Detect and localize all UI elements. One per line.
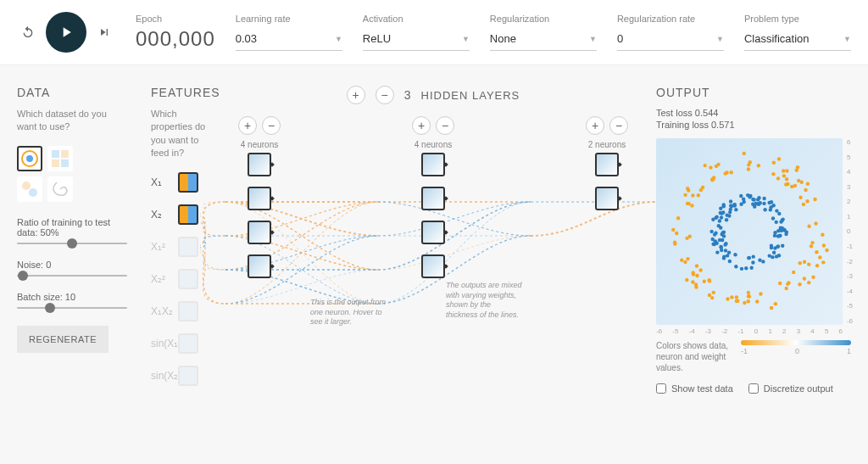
neuron[interactable]	[421, 187, 445, 210]
regularization-rate-select[interactable]: 0▼	[617, 29, 724, 51]
svg-point-101	[781, 244, 784, 248]
ratio-slider[interactable]	[17, 243, 127, 244]
noise-slider[interactable]	[17, 275, 127, 277]
svg-point-112	[779, 226, 782, 230]
problem-type-select[interactable]: Classification▼	[744, 29, 851, 51]
feature-X₁²[interactable]: X₁²	[151, 237, 210, 257]
feature-X₂[interactable]: X₂	[151, 204, 210, 225]
batch-slider[interactable]	[17, 307, 127, 309]
legend-text: Colors shows data, neuron and weight val…	[656, 340, 732, 373]
activation-select[interactable]: ReLU▼	[363, 29, 470, 51]
dataset-circle[interactable]	[17, 146, 42, 171]
neuron[interactable]	[421, 221, 445, 244]
neuron[interactable]	[421, 254, 445, 278]
show-test-checkbox[interactable]: Show test data	[656, 383, 733, 394]
feature-tile	[178, 333, 198, 354]
svg-point-191	[757, 164, 760, 167]
svg-point-95	[711, 218, 715, 221]
svg-point-160	[818, 255, 821, 259]
svg-point-62	[726, 254, 729, 257]
neuron[interactable]	[421, 153, 445, 176]
svg-point-47	[733, 253, 737, 256]
svg-point-11	[775, 221, 778, 224]
svg-point-118	[768, 254, 771, 257]
add-neuron-button[interactable]: +	[586, 116, 604, 135]
feature-X₁[interactable]: X₁	[151, 172, 210, 193]
dataset-spiral[interactable]	[47, 176, 73, 202]
remove-neuron-button[interactable]: −	[262, 116, 281, 135]
feature-X₁X₂[interactable]: X₁X₂	[151, 301, 210, 321]
svg-point-21	[713, 232, 716, 236]
svg-point-166	[803, 277, 806, 280]
svg-point-228	[797, 179, 800, 182]
problemtype-label: Problem type	[744, 14, 851, 24]
svg-point-171	[784, 287, 787, 290]
reset-button[interactable]	[17, 21, 39, 43]
svg-point-205	[772, 161, 776, 165]
features-title: FEATURES	[151, 86, 210, 99]
svg-point-170	[776, 176, 780, 180]
svg-point-135	[691, 280, 694, 283]
neuron[interactable]	[248, 254, 271, 278]
feature-tile	[178, 269, 198, 289]
svg-point-133	[785, 169, 788, 172]
feature-sin(X₂)[interactable]: sin(X₂)	[151, 366, 210, 386]
svg-point-75	[719, 207, 722, 210]
svg-point-161	[697, 193, 700, 197]
svg-point-39	[752, 254, 755, 258]
color-gradient	[741, 340, 851, 345]
svg-point-87	[784, 232, 787, 236]
neuron[interactable]	[248, 153, 271, 176]
svg-point-230	[692, 272, 695, 276]
svg-point-31	[722, 204, 726, 208]
regenerate-button[interactable]: REGENERATE	[17, 326, 108, 353]
add-neuron-button[interactable]: +	[412, 116, 431, 135]
regularization-select[interactable]: None▼	[490, 29, 597, 51]
dataset-xor[interactable]	[47, 146, 73, 171]
svg-point-7	[29, 188, 37, 197]
neuron[interactable]	[595, 187, 619, 210]
discretize-checkbox[interactable]: Discretize output	[748, 383, 833, 394]
svg-point-98	[734, 208, 737, 211]
svg-point-159	[790, 185, 793, 188]
neuron[interactable]	[248, 187, 271, 210]
layer-neuron-count: 4 neurons	[241, 140, 278, 149]
svg-point-111	[771, 216, 775, 220]
remove-neuron-button[interactable]: −	[609, 116, 628, 135]
svg-point-217	[821, 260, 825, 264]
step-button[interactable]	[93, 21, 115, 43]
play-button[interactable]	[46, 12, 86, 53]
add-neuron-button[interactable]: +	[238, 116, 257, 135]
svg-point-122	[722, 254, 726, 258]
add-layer-button[interactable]: +	[347, 86, 365, 104]
svg-point-84	[718, 219, 721, 222]
ratio-label: Ratio of training to test data: 50%	[17, 217, 127, 238]
feature-tile	[178, 204, 198, 225]
remove-neuron-button[interactable]: −	[436, 116, 454, 135]
learning-rate-select[interactable]: 0.03▼	[236, 29, 342, 51]
regrate-label: Regularization rate	[617, 14, 724, 24]
chevron-down-icon: ▼	[716, 35, 724, 43]
remove-layer-button[interactable]: −	[376, 86, 394, 104]
svg-point-164	[813, 198, 816, 201]
epoch-value: 000,000	[136, 27, 215, 51]
svg-point-226	[770, 306, 773, 310]
svg-point-121	[715, 215, 719, 219]
neuron[interactable]	[595, 153, 619, 176]
svg-point-53	[758, 258, 761, 261]
dataset-gauss[interactable]	[17, 176, 42, 202]
svg-point-204	[803, 260, 806, 264]
svg-point-158	[807, 281, 810, 284]
feature-sin(X₁)[interactable]: sin(X₁)	[151, 333, 210, 354]
svg-point-66	[742, 198, 745, 201]
svg-point-65	[719, 211, 722, 215]
svg-point-57	[772, 251, 776, 254]
svg-point-138	[806, 182, 810, 186]
svg-point-93	[777, 254, 781, 257]
feature-X₂²[interactable]: X₂²	[151, 269, 210, 289]
svg-point-25	[740, 267, 743, 271]
svg-point-102	[781, 217, 784, 221]
neuron[interactable]	[248, 221, 271, 244]
svg-point-40	[770, 244, 773, 248]
svg-point-202	[807, 224, 810, 227]
